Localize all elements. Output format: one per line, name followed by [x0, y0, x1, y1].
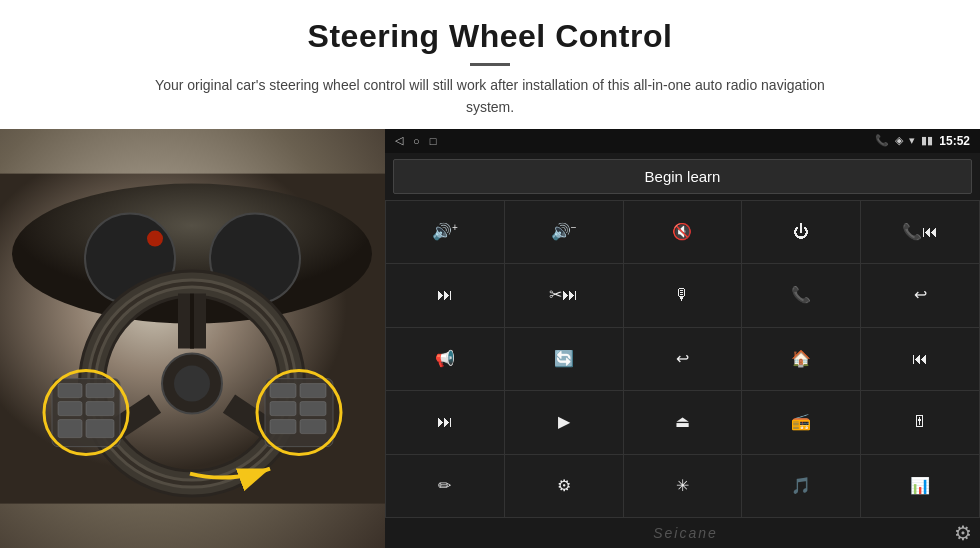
music-icon: 🎵 — [791, 478, 811, 494]
svg-point-13 — [174, 365, 210, 401]
location-icon: ◈ — [895, 134, 903, 147]
title-divider — [470, 63, 510, 66]
begin-learn-row: Begin learn — [385, 153, 980, 200]
nav-icon: ▶ — [558, 414, 570, 430]
statusbar-nav-icons: ◁ ○ □ — [395, 134, 436, 147]
header-section: Steering Wheel Control Your original car… — [0, 0, 980, 129]
mute-button[interactable]: 🔇 — [624, 201, 742, 263]
home-nav-icon[interactable]: ○ — [413, 135, 420, 147]
svg-rect-17 — [86, 383, 114, 397]
radio-icon: 📻 — [791, 414, 811, 430]
svg-rect-18 — [58, 401, 82, 415]
bluetooth-icon: ✳ — [676, 478, 689, 494]
eq-icon: 🎚 — [912, 414, 928, 430]
rewind-button[interactable]: ⏮ — [861, 328, 979, 390]
svg-rect-27 — [270, 419, 296, 433]
hangup-icon: ↩ — [914, 287, 927, 303]
settings-gear-icon[interactable]: ⚙ — [954, 521, 972, 545]
spectrum-button[interactable]: 📊 — [861, 455, 979, 517]
360-icon: 🔄 — [554, 351, 574, 367]
eject-button[interactable]: ⏏ — [624, 391, 742, 453]
skip-icon: ⏭ — [437, 414, 453, 430]
prev-track-button[interactable]: 📞⏮ — [861, 201, 979, 263]
settings2-icon: ⚙ — [557, 478, 571, 494]
svg-rect-24 — [300, 383, 326, 397]
content-row: ◁ ○ □ 📞 ◈ ▾ ▮▮ 15:52 Begin learn — [0, 129, 980, 548]
hangup-button[interactable]: ↩ — [861, 264, 979, 326]
music-button[interactable]: 🎵 — [742, 455, 860, 517]
recents-nav-icon[interactable]: □ — [430, 135, 437, 147]
svg-rect-26 — [300, 401, 326, 415]
page-title: Steering Wheel Control — [60, 18, 920, 55]
back-nav-icon[interactable]: ◁ — [395, 134, 403, 147]
steering-wheel-svg — [0, 129, 385, 548]
battery-icon: ▮▮ — [921, 134, 933, 147]
horn-button[interactable]: 📢 — [386, 328, 504, 390]
ff-button[interactable]: ✂⏭ — [505, 264, 623, 326]
vol-down-icon: 🔊− — [551, 223, 577, 240]
mic-button[interactable]: 🎙 — [624, 264, 742, 326]
call-button[interactable]: 📞 — [742, 264, 860, 326]
prev-track-icon: 📞⏮ — [902, 224, 938, 240]
skip-fwd-button[interactable]: ⏭ — [386, 264, 504, 326]
back-icon: ↩ — [676, 351, 689, 367]
phone-icon: 📞 — [875, 134, 889, 147]
seicane-watermark: Seicane — [653, 523, 718, 544]
subtitle-text: Your original car's steering wheel contr… — [140, 74, 840, 119]
bluetooth-button[interactable]: ✳ — [624, 455, 742, 517]
nav-button[interactable]: ▶ — [505, 391, 623, 453]
horn-icon: 📢 — [435, 351, 455, 367]
skip-fwd-icon: ⏭ — [437, 287, 453, 303]
rewind-icon: ⏮ — [912, 351, 928, 367]
spectrum-icon: 📊 — [910, 478, 930, 494]
wifi-icon: ▾ — [909, 134, 915, 147]
home-button[interactable]: 🏠 — [742, 328, 860, 390]
svg-rect-16 — [58, 383, 82, 397]
vol-down-button[interactable]: 🔊− — [505, 201, 623, 263]
svg-rect-25 — [270, 401, 296, 415]
settings2-button[interactable]: ⚙ — [505, 455, 623, 517]
svg-rect-21 — [86, 419, 114, 437]
android-statusbar: ◁ ○ □ 📞 ◈ ▾ ▮▮ 15:52 — [385, 129, 980, 153]
svg-rect-19 — [86, 401, 114, 415]
mute-icon: 🔇 — [672, 224, 692, 240]
ff-icon: ✂⏭ — [549, 287, 578, 303]
status-time: 15:52 — [939, 134, 970, 148]
radio-button[interactable]: 📻 — [742, 391, 860, 453]
svg-rect-28 — [300, 419, 326, 433]
eject-icon: ⏏ — [675, 414, 690, 430]
android-panel: ◁ ○ □ 📞 ◈ ▾ ▮▮ 15:52 Begin learn — [385, 129, 980, 548]
call-icon: 📞 — [791, 287, 811, 303]
skip-button[interactable]: ⏭ — [386, 391, 504, 453]
svg-rect-23 — [270, 383, 296, 397]
eq-button[interactable]: 🎚 — [861, 391, 979, 453]
svg-point-4 — [147, 230, 163, 246]
vol-up-icon: 🔊+ — [432, 223, 458, 240]
write-icon: ✏ — [438, 478, 451, 494]
photo-panel — [0, 129, 385, 548]
controls-grid: 🔊+ 🔊− 🔇 ⏻ 📞⏮ ⏭ ✂⏭ — [385, 200, 980, 518]
power-icon: ⏻ — [793, 224, 809, 240]
svg-rect-20 — [58, 419, 82, 437]
mic-icon: 🎙 — [674, 287, 690, 303]
vol-up-button[interactable]: 🔊+ — [386, 201, 504, 263]
360-button[interactable]: 🔄 — [505, 328, 623, 390]
back-button[interactable]: ↩ — [624, 328, 742, 390]
begin-learn-button[interactable]: Begin learn — [393, 159, 972, 194]
home-icon: 🏠 — [791, 351, 811, 367]
statusbar-right: 📞 ◈ ▾ ▮▮ 15:52 — [875, 134, 970, 148]
page-wrapper: Steering Wheel Control Your original car… — [0, 0, 980, 548]
power-button[interactable]: ⏻ — [742, 201, 860, 263]
write-button[interactable]: ✏ — [386, 455, 504, 517]
